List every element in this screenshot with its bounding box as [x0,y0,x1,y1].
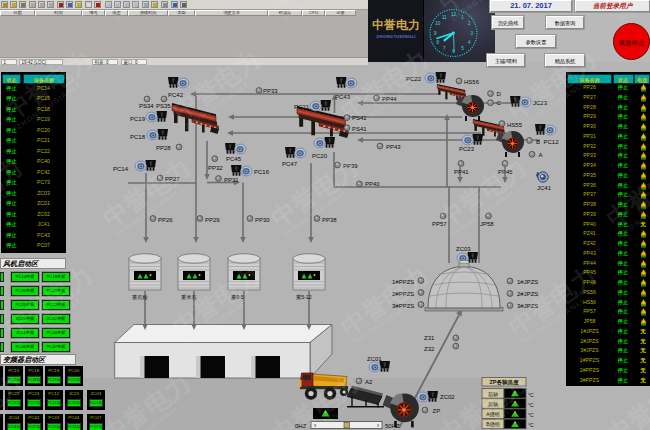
svg-text:ZC02: ZC02 [440,394,455,400]
svg-text:PC14: PC14 [113,166,129,172]
svg-text:PC21: PC21 [294,104,310,110]
svg-text:PP29: PP29 [205,217,220,223]
svg-text:5: 5 [461,46,464,51]
svg-text:PS35: PS35 [156,103,171,109]
svg-text:0HZ: 0HZ [295,423,307,429]
svg-text:°C: °C [528,422,534,428]
svg-text:PC18: PC18 [130,134,146,140]
svg-text:2#JPZS: 2#JPZS [517,291,538,297]
svg-text:PC42: PC42 [168,92,184,98]
svg-text:PP41: PP41 [454,169,469,175]
svg-text:7: 7 [443,46,446,51]
svg-text:重0-5: 重0-5 [231,294,244,300]
svg-text:A绕组: A绕组 [486,411,499,417]
svg-text:PS34: PS34 [139,103,154,109]
svg-text:重5-12: 重5-12 [296,294,312,300]
svg-text:3#JPZS: 3#JPZS [517,303,538,309]
svg-text:PP31: PP31 [224,177,239,183]
svg-text:9: 9 [434,31,437,36]
svg-text:PP45: PP45 [498,169,513,175]
svg-text:PP38: PP38 [322,217,337,223]
svg-text:50HZ: 50HZ [385,423,400,429]
svg-text:4: 4 [468,40,471,45]
svg-text:PC43: PC43 [335,94,351,100]
svg-text:PP28: PP28 [156,145,171,151]
svg-text:°C: °C [528,402,534,408]
svg-text:后轴: 后轴 [488,401,498,408]
svg-text:ZC01: ZC01 [367,356,382,362]
svg-text:°C: °C [528,392,534,398]
svg-text:重石粉: 重石粉 [132,294,148,301]
svg-text:PC22: PC22 [406,76,422,82]
svg-text:PP39: PP39 [343,163,358,169]
svg-text:3#PPZS: 3#PPZS [392,303,414,309]
svg-text:2: 2 [468,21,471,26]
svg-text:C: C [497,100,502,106]
svg-text:3: 3 [471,31,474,36]
svg-text:PC19: PC19 [130,116,146,122]
svg-text:1#PPZS: 1#PPZS [392,279,414,285]
svg-text:前轴: 前轴 [488,391,498,398]
svg-text:ZC03: ZC03 [456,246,471,252]
svg-text:HS55: HS55 [507,122,523,128]
svg-text:PC47: PC47 [282,161,298,167]
svg-text:B: B [536,139,540,145]
svg-text:PS42: PS42 [352,115,367,121]
svg-text:ZP: ZP [433,408,441,414]
svg-text:PC16: PC16 [254,169,270,175]
svg-text:重米石: 重米石 [181,294,197,300]
svg-text:PC45: PC45 [226,156,242,162]
svg-text:PP43: PP43 [386,144,401,150]
svg-text:1#JPZS: 1#JPZS [517,279,538,285]
svg-text:12: 12 [451,12,457,17]
svg-text:PP32: PP32 [208,165,223,171]
svg-text:PP26: PP26 [158,217,173,223]
svg-text:PP33: PP33 [263,88,278,94]
svg-text:D: D [497,91,502,97]
svg-text:Z32: Z32 [424,346,435,352]
svg-text:°C: °C [528,412,534,418]
svg-text:PC23: PC23 [459,146,475,152]
svg-text:JP58: JP58 [480,221,494,227]
svg-text:PC20: PC20 [312,153,328,159]
svg-text:Z31: Z31 [424,335,435,341]
svg-text:1: 1 [461,15,464,20]
svg-text:PP40: PP40 [365,181,380,187]
svg-text:10: 10 [435,21,441,26]
svg-text:A: A [539,152,543,158]
svg-text:11: 11 [442,15,447,20]
svg-text:PC12: PC12 [544,139,560,145]
svg-text:A2: A2 [365,379,373,385]
svg-text:PP27: PP27 [165,176,180,182]
svg-text:PS41: PS41 [352,126,367,132]
svg-text:PP44: PP44 [382,96,397,102]
svg-text:B绕组: B绕组 [486,421,499,427]
svg-text:ZP各轴温度: ZP各轴温度 [489,379,519,386]
svg-text:JC41: JC41 [537,185,552,191]
svg-text:8: 8 [436,40,439,45]
svg-text:PP57: PP57 [432,221,447,227]
svg-text:2#PPZS: 2#PPZS [392,291,414,297]
svg-text:HS56: HS56 [464,79,480,85]
svg-text:JC23: JC23 [533,100,548,106]
svg-text:PP30: PP30 [255,217,270,223]
